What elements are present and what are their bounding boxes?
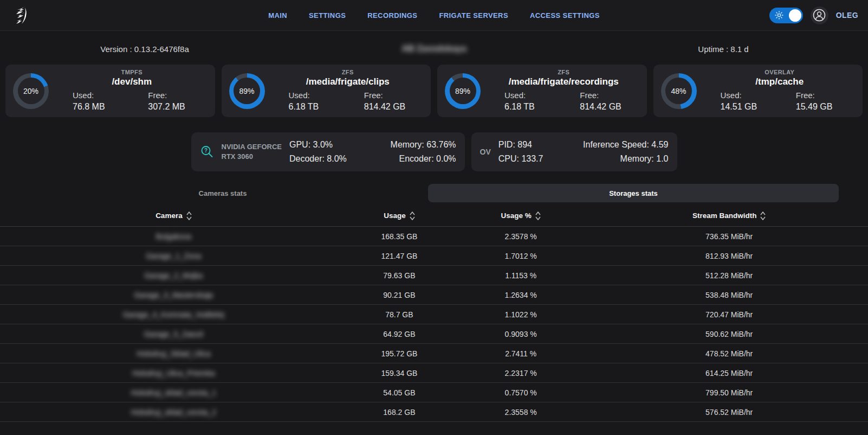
bandwidth-cell: 478.52 MiB/hr xyxy=(590,349,868,358)
gpu-stats-left: GPU: 3.0%Decoder: 8.0% xyxy=(289,138,347,166)
gpu-card: ? NVIDIA GEFORCE RTX 3060 GPU: 3.0%Decod… xyxy=(191,132,465,171)
bandwidth-cell: 614.25 MiB/hr xyxy=(590,369,868,378)
usage-percent-cell: 2.3578 % xyxy=(451,232,590,241)
column-header-usage[interactable]: Usage xyxy=(347,212,451,220)
nav-link-settings[interactable]: SETTINGS xyxy=(309,11,346,20)
camera-name-blurred: Holodnyj_Sklad_Ulica xyxy=(0,349,347,358)
mount-path: /tmp/cache xyxy=(704,76,856,87)
stat-line: Inference Speed: 4.59 xyxy=(583,138,668,152)
detector-label: OV xyxy=(480,148,491,156)
user-name[interactable]: OLEG xyxy=(836,11,858,20)
stat-line: Decoder: 8.0% xyxy=(289,152,347,166)
usage-cell: 79.63 GB xyxy=(347,271,451,280)
usage-cell: 159.34 GB xyxy=(347,369,451,378)
fs-type-label: OVERLAY xyxy=(704,69,856,75)
nav-link-access-settings[interactable]: ACCESS SETTINGS xyxy=(530,11,600,20)
mount-path: /media/frigate/recordings xyxy=(488,76,639,87)
free-label: Free: xyxy=(148,89,207,101)
column-header-stream-bandwidth[interactable]: Stream Bandwidth xyxy=(590,212,868,220)
usage-donut-chart: 89% xyxy=(445,73,481,109)
version-label: Version : 0.13.2-6476f8a xyxy=(0,44,289,54)
site-title-blurred: AB Zavodskaya xyxy=(401,44,466,53)
bandwidth-cell: 799.50 MiB/hr xyxy=(590,388,868,397)
camera-name-blurred: Holodnyj_Ulica_Priemka xyxy=(0,369,347,378)
processors-row: ? NVIDIA GEFORCE RTX 3060 GPU: 3.0%Decod… xyxy=(0,132,868,171)
used-value: 76.8 MB xyxy=(73,101,132,113)
top-nav: MAIN SETTINGS RECORDINGS FRIGATE SERVERS… xyxy=(0,0,868,31)
usage-donut-chart: 20% xyxy=(13,73,49,109)
free-value: 814.42 GB xyxy=(580,101,639,113)
camera-name-blurred: Holodnyj_sklad_vorota_2 xyxy=(0,408,347,417)
camera-name-blurred: Bulgakova xyxy=(0,232,347,241)
usage-percent-cell: 2.3558 % xyxy=(451,408,590,417)
sort-icon[interactable] xyxy=(535,212,541,220)
bandwidth-cell: 576.52 MiB/hr xyxy=(590,408,868,417)
bandwidth-cell: 812.93 MiB/hr xyxy=(590,252,868,260)
column-header-camera[interactable]: Camera xyxy=(0,212,347,220)
frigate-logo-icon[interactable] xyxy=(10,3,34,27)
table-header-row: Camera Usage Usage % xyxy=(0,205,868,227)
used-label: Used: xyxy=(289,89,348,101)
nav-link-recordings[interactable]: RECORDINGS xyxy=(367,11,417,20)
table-row: Garage_5_Zaezd 64.92 GB 0.9093 % 590.62 … xyxy=(0,324,868,344)
used-value: 6.18 TB xyxy=(504,101,563,113)
usage-cell: 90.21 GB xyxy=(347,291,451,299)
nav-menu: MAIN SETTINGS RECORDINGS FRIGATE SERVERS… xyxy=(0,11,868,20)
usage-cell: 121.47 GB xyxy=(347,252,451,260)
nav-right: OLEG xyxy=(769,7,858,24)
detector-stats-right: Inference Speed: 4.59Memory: 1.0 xyxy=(583,138,668,166)
fs-type-label: TMPFS xyxy=(56,69,208,75)
theme-toggle[interactable] xyxy=(769,8,803,23)
sort-icon[interactable] xyxy=(186,212,192,220)
usage-percent: 89% xyxy=(239,87,254,95)
table-row: Garage_4_Komnata_Voditelej 78.7 GB 1.102… xyxy=(0,305,868,324)
toggle-knob[interactable] xyxy=(789,9,801,22)
used-label: Used: xyxy=(721,89,780,101)
usage-cell: 168.2 GB xyxy=(347,408,451,417)
usage-percent-cell: 1.2634 % xyxy=(451,291,590,299)
tab-storages-stats[interactable]: Storages stats xyxy=(428,184,839,202)
stat-line: CPU: 133.7 xyxy=(498,152,543,166)
storage-card: 48% OVERLAY /tmp/cache Used: 14.51 GB Fr… xyxy=(653,65,863,117)
storages-stats-table: Camera Usage Usage % xyxy=(0,205,868,422)
gpu-detector-icon: ? xyxy=(200,145,214,159)
usage-donut-chart: 48% xyxy=(661,73,697,109)
camera-name-blurred: Holodnyj_sklad_vorota_1 xyxy=(0,388,347,397)
user-avatar-icon[interactable] xyxy=(811,7,828,24)
camera-name-blurred: Garage_4_Komnata_Voditelej xyxy=(0,310,347,319)
usage-percent: 48% xyxy=(671,87,686,95)
usage-percent-cell: 1.7012 % xyxy=(451,252,590,260)
mount-path: /media/frigate/clips xyxy=(273,76,424,87)
table-row: Garage_3_Masterskaja 90.21 GB 1.2634 % 5… xyxy=(0,285,868,305)
stat-line: Memory: 1.0 xyxy=(583,152,668,166)
stats-tabs: Cameras stats Storages stats xyxy=(17,184,839,202)
used-value: 6.18 TB xyxy=(289,101,348,113)
table-row: Holodnyj_sklad_vorota_2 168.2 GB 2.3558 … xyxy=(0,402,868,422)
table-body: Bulgakova 168.35 GB 2.3578 % 736.35 MiB/… xyxy=(0,227,868,422)
nav-link-main[interactable]: MAIN xyxy=(268,11,287,20)
storage-card: 89% ZFS /media/frigate/recordings Used: … xyxy=(437,65,647,117)
fs-type-label: ZFS xyxy=(488,69,639,75)
usage-cell: 54.05 GB xyxy=(347,388,451,397)
usage-donut-chart: 89% xyxy=(229,73,265,109)
bandwidth-cell: 736.35 MiB/hr xyxy=(590,232,868,241)
usage-percent-cell: 2.2317 % xyxy=(451,369,590,378)
table-row: Holodnyj_Ulica_Priemka 159.34 GB 2.2317 … xyxy=(0,363,868,383)
sort-icon[interactable] xyxy=(410,212,415,220)
usage-percent-cell: 1.1022 % xyxy=(451,310,590,319)
camera-name-blurred: Garage_2_Mojka xyxy=(0,271,347,280)
nav-link-frigate-servers[interactable]: FRIGATE SERVERS xyxy=(439,11,508,20)
usage-cell: 168.35 GB xyxy=(347,232,451,241)
used-value: 14.51 GB xyxy=(721,101,780,113)
table-row: Garage_1_Zona 121.47 GB 1.7012 % 812.93 … xyxy=(0,246,868,266)
camera-name-blurred: Garage_5_Zaezd xyxy=(0,330,347,338)
free-value: 307.2 MB xyxy=(148,101,207,113)
tab-cameras-stats[interactable]: Cameras stats xyxy=(17,184,428,202)
free-label: Free: xyxy=(580,89,639,101)
storage-cards: 20% TMPFS /dev/shm Used: 76.8 MB Free: 3… xyxy=(5,65,863,117)
sort-icon[interactable] xyxy=(760,212,766,220)
used-label: Used: xyxy=(504,89,563,101)
storage-card: 89% ZFS /media/frigate/clips Used: 6.18 … xyxy=(222,65,431,117)
column-header-usage[interactable]: Usage % xyxy=(451,212,590,220)
sun-icon xyxy=(775,11,783,20)
